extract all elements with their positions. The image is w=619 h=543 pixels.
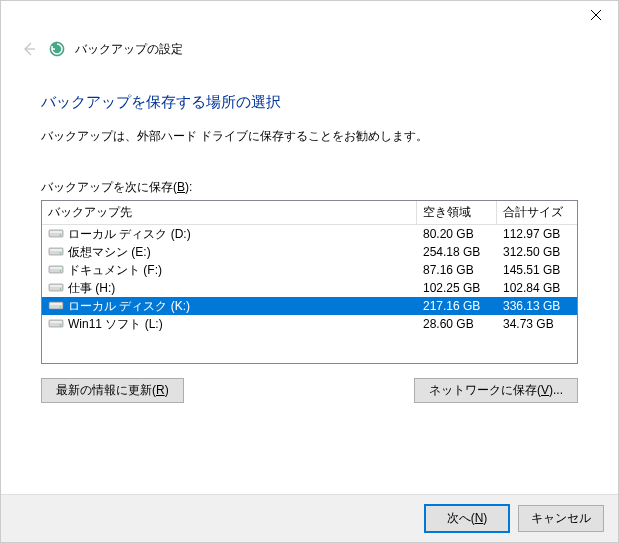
content-area: バックアップを保存する場所の選択 バックアップは、外部ハード ドライブに保存する…: [1, 59, 618, 403]
drive-list[interactable]: バックアップ先 空き領域 合計サイズ ローカル ディスク (D:)80.20 G…: [41, 200, 578, 364]
cell-total-size: 145.51 GB: [497, 263, 577, 277]
table-row[interactable]: 仕事 (H:)102.25 GB102.84 GB: [42, 279, 577, 297]
cell-free-space: 217.16 GB: [417, 299, 497, 313]
hard-drive-icon: [48, 317, 64, 332]
cell-total-size: 34.73 GB: [497, 317, 577, 331]
table-row[interactable]: ドキュメント (F:)87.16 GB145.51 GB: [42, 261, 577, 279]
network-save-button[interactable]: ネットワークに保存(V)...: [414, 378, 578, 403]
svg-rect-2: [50, 231, 62, 233]
cell-free-space: 28.60 GB: [417, 317, 497, 331]
cell-total-size: 312.50 GB: [497, 245, 577, 259]
svg-point-18: [60, 324, 62, 326]
drive-name: 仕事 (H:): [68, 280, 115, 297]
cell-destination: 仕事 (H:): [42, 280, 417, 297]
hard-drive-icon: [48, 263, 64, 278]
cell-destination: Win11 ソフト (L:): [42, 316, 417, 333]
drive-name: ローカル ディスク (D:): [68, 226, 191, 243]
cell-free-space: 102.25 GB: [417, 281, 497, 295]
cell-destination: ドキュメント (F:): [42, 262, 417, 279]
svg-rect-5: [50, 249, 62, 251]
svg-point-9: [60, 270, 62, 272]
svg-point-3: [60, 234, 62, 236]
svg-rect-8: [50, 267, 62, 269]
svg-rect-14: [50, 303, 62, 305]
cell-free-space: 254.18 GB: [417, 245, 497, 259]
table-row[interactable]: ローカル ディスク (K:)217.16 GB336.13 GB: [42, 297, 577, 315]
drive-name: 仮想マシン (E:): [68, 244, 151, 261]
column-destination[interactable]: バックアップ先: [42, 201, 417, 224]
table-body: ローカル ディスク (D:)80.20 GB112.97 GB仮想マシン (E:…: [42, 225, 577, 333]
table-row[interactable]: ローカル ディスク (D:)80.20 GB112.97 GB: [42, 225, 577, 243]
hard-drive-icon: [48, 245, 64, 260]
svg-point-12: [60, 288, 62, 290]
column-total-size[interactable]: 合計サイズ: [497, 201, 577, 224]
window-title: バックアップの設定: [75, 41, 183, 58]
cell-total-size: 112.97 GB: [497, 227, 577, 241]
drive-name: ローカル ディスク (K:): [68, 298, 190, 315]
cell-total-size: 102.84 GB: [497, 281, 577, 295]
drive-name: ドキュメント (F:): [68, 262, 162, 279]
cell-destination: 仮想マシン (E:): [42, 244, 417, 261]
hard-drive-icon: [48, 299, 64, 314]
titlebar: [1, 1, 618, 31]
page-subtext: バックアップは、外部ハード ドライブに保存することをお勧めします。: [41, 128, 578, 145]
cell-free-space: 80.20 GB: [417, 227, 497, 241]
table-header: バックアップ先 空き領域 合計サイズ: [42, 201, 577, 225]
close-button[interactable]: [573, 1, 618, 29]
table-row[interactable]: 仮想マシン (E:)254.18 GB312.50 GB: [42, 243, 577, 261]
drive-name: Win11 ソフト (L:): [68, 316, 163, 333]
close-icon: [591, 10, 601, 20]
page-heading: バックアップを保存する場所の選択: [41, 93, 578, 112]
svg-point-15: [60, 306, 62, 308]
header-bar: バックアップの設定: [1, 31, 618, 59]
column-free-space[interactable]: 空き領域: [417, 201, 497, 224]
cell-total-size: 336.13 GB: [497, 299, 577, 313]
next-button[interactable]: 次へ(N): [424, 504, 510, 533]
cell-destination: ローカル ディスク (K:): [42, 298, 417, 315]
svg-rect-11: [50, 285, 62, 287]
cell-free-space: 87.16 GB: [417, 263, 497, 277]
refresh-button[interactable]: 最新の情報に更新(R): [41, 378, 184, 403]
back-arrow-icon: [21, 41, 37, 57]
cell-destination: ローカル ディスク (D:): [42, 226, 417, 243]
cancel-button[interactable]: キャンセル: [518, 505, 604, 532]
svg-point-6: [60, 252, 62, 254]
hard-drive-icon: [48, 281, 64, 296]
svg-rect-17: [50, 321, 62, 323]
footer: 次へ(N) キャンセル: [1, 494, 618, 542]
backup-settings-icon: [49, 41, 65, 57]
button-row: 最新の情報に更新(R) ネットワークに保存(V)...: [41, 378, 578, 403]
hard-drive-icon: [48, 227, 64, 242]
list-label: バックアップを次に保存(B):: [41, 179, 578, 196]
back-button[interactable]: [19, 39, 39, 59]
table-row[interactable]: Win11 ソフト (L:)28.60 GB34.73 GB: [42, 315, 577, 333]
